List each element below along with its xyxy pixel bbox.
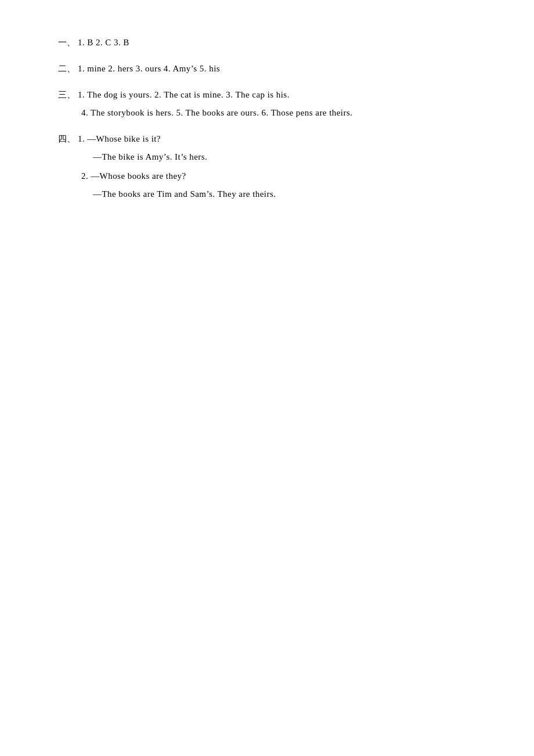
section-4-item1-num: 1.: [78, 131, 85, 147]
section-3-content-2: 4. The storybook is hers. 5. The books a…: [81, 105, 352, 121]
section-1-content: 1. B 2. C 3. B: [78, 35, 129, 51]
section-3: 三、 1. The dog is yours. 2. The cat is mi…: [58, 87, 476, 121]
section-2-line: 二、 1. mine 2. hers 3. ours 4. Amy’s 5. h…: [58, 61, 476, 77]
section-1-line: 一、 1. B 2. C 3. B: [58, 35, 476, 51]
section-2-content: 1. mine 2. hers 3. ours 4. Amy’s 5. his: [78, 61, 220, 77]
section-2-label: 二、: [58, 61, 75, 77]
answer-sheet: 一、 1. B 2. C 3. B 二、 1. mine 2. hers 3. …: [58, 35, 476, 202]
section-4-item2-question: —Whose books are they?: [91, 168, 186, 184]
section-3-label: 三、: [58, 87, 75, 103]
section-2: 二、 1. mine 2. hers 3. ours 4. Amy’s 5. h…: [58, 61, 476, 77]
section-4-label: 四、: [58, 131, 75, 147]
section-1: 一、 1. B 2. C 3. B: [58, 35, 476, 51]
section-1-label: 一、: [58, 35, 75, 51]
section-4-item2-num: 2.: [81, 168, 88, 184]
section-4-item2-answer: —The books are Tim and Sam’s. They are t…: [58, 186, 476, 202]
section-3-line2: 4. The storybook is hers. 5. The books a…: [58, 105, 476, 121]
section-4-header: 四、 1. —Whose bike is it?: [58, 131, 476, 147]
section-4: 四、 1. —Whose bike is it? —The bike is Am…: [58, 131, 476, 202]
section-3-line1: 三、 1. The dog is yours. 2. The cat is mi…: [58, 87, 476, 103]
section-4-item2-question-line: 2. —Whose books are they?: [58, 168, 476, 184]
section-3-content-1: 1. The dog is yours. 2. The cat is mine.…: [78, 87, 290, 103]
section-4-item1-answer: —The bike is Amy’s. It’s hers.: [58, 149, 476, 165]
section-4-item1-question: —Whose bike is it?: [87, 131, 161, 147]
